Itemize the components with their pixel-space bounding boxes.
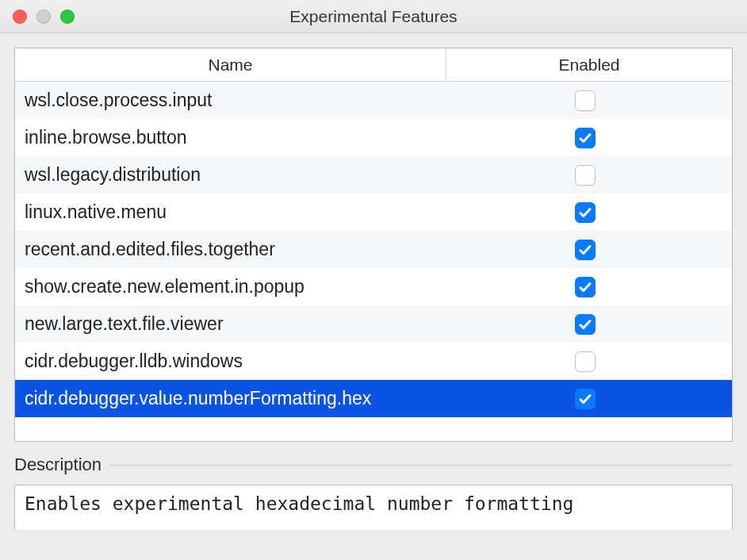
enabled-cell [446,277,724,297]
enabled-checkbox[interactable] [575,351,596,372]
column-header-enabled[interactable]: Enabled [446,48,732,81]
description-section: Description Enables experimental hexadec… [14,453,733,530]
features-table: Name Enabled wsl.close.process.inputinli… [14,48,733,442]
description-text: Enables experimental hexadecimal number … [14,485,733,530]
feature-name: inline.browse.button [23,127,446,148]
window-controls [13,10,75,24]
close-icon[interactable] [13,10,27,24]
table-header: Name Enabled [15,48,732,82]
feature-name: wsl.legacy.distribution [23,164,446,186]
feature-name: show.create.new.element.in.popup [23,276,446,297]
table-spacer [15,417,732,441]
enabled-cell [446,240,724,260]
enabled-cell [446,90,724,111]
feature-name: wsl.close.process.input [23,90,446,111]
enabled-checkbox[interactable] [575,314,596,335]
table-row[interactable]: new.large.text.file.viewer [15,305,732,343]
enabled-checkbox[interactable] [575,277,596,297]
table-row[interactable]: linux.native.menu [15,194,732,231]
feature-name: cidr.debugger.value.numberFormatting.hex [23,388,446,409]
enabled-checkbox[interactable] [575,240,596,260]
table-body: wsl.close.process.inputinline.browse.but… [15,82,732,417]
description-label: Description [14,455,102,475]
enabled-cell [446,165,724,186]
column-header-name[interactable]: Name [15,48,446,81]
content-area: Name Enabled wsl.close.process.inputinli… [0,33,747,530]
minimize-icon[interactable] [36,10,51,24]
feature-name: linux.native.menu [23,201,446,223]
window-title: Experimental Features [0,7,747,26]
enabled-checkbox[interactable] [575,90,596,111]
table-row[interactable]: wsl.legacy.distribution [15,156,732,194]
divider [109,465,733,466]
enabled-cell [446,128,724,148]
table-row[interactable]: wsl.close.process.input [15,82,732,119]
enabled-cell [446,351,724,372]
enabled-checkbox[interactable] [575,389,596,409]
feature-name: cidr.debugger.lldb.windows [23,351,446,372]
enabled-cell [446,202,724,223]
description-header: Description [14,453,733,477]
enabled-checkbox[interactable] [575,128,596,148]
table-row[interactable]: cidr.debugger.value.numberFormatting.hex [15,380,732,417]
enabled-cell [446,389,724,409]
table-row[interactable]: show.create.new.element.in.popup [15,268,732,305]
enabled-checkbox[interactable] [575,165,596,186]
enabled-cell [446,314,724,335]
table-row[interactable]: inline.browse.button [15,119,732,156]
table-row[interactable]: recent.and.edited.files.together [15,231,732,268]
table-row[interactable]: cidr.debugger.lldb.windows [15,343,732,380]
feature-name: recent.and.edited.files.together [23,239,446,260]
zoom-icon[interactable] [60,10,75,24]
enabled-checkbox[interactable] [575,202,596,223]
title-bar[interactable]: Experimental Features [0,0,747,33]
feature-name: new.large.text.file.viewer [23,313,446,335]
